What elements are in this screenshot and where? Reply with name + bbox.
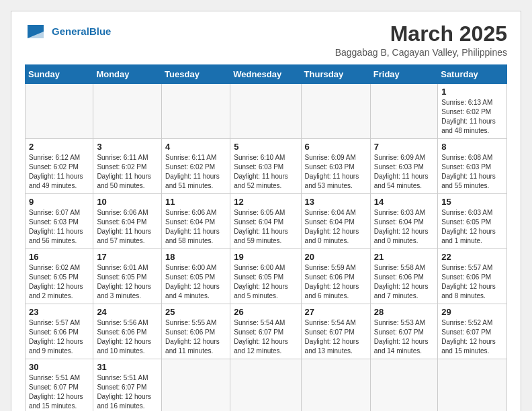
day-cell: 15Sunrise: 6:03 AM Sunset: 6:05 PM Dayli… [438, 194, 507, 249]
day-cell [230, 84, 301, 139]
day-info: Sunrise: 6:13 AM Sunset: 6:02 PM Dayligh… [441, 98, 503, 136]
day-cell: 30Sunrise: 5:51 AM Sunset: 6:07 PM Dayli… [26, 359, 93, 411]
day-cell: 17Sunrise: 6:01 AM Sunset: 6:05 PM Dayli… [93, 249, 162, 304]
day-number: 2 [29, 142, 89, 152]
day-info: Sunrise: 5:59 AM Sunset: 6:06 PM Dayligh… [305, 263, 367, 301]
day-cell: 31Sunrise: 5:51 AM Sunset: 6:07 PM Dayli… [93, 359, 162, 411]
day-number: 11 [165, 197, 226, 207]
week-row-3: 9Sunrise: 6:07 AM Sunset: 6:03 PM Daylig… [26, 194, 507, 249]
day-info: Sunrise: 5:57 AM Sunset: 6:06 PM Dayligh… [441, 263, 503, 301]
week-row-4: 16Sunrise: 6:02 AM Sunset: 6:05 PM Dayli… [26, 249, 507, 304]
day-number: 17 [97, 252, 158, 262]
week-row-6: 30Sunrise: 5:51 AM Sunset: 6:07 PM Dayli… [26, 359, 507, 411]
weekday-header-monday: Monday [93, 65, 162, 84]
week-row-1: 1Sunrise: 6:13 AM Sunset: 6:02 PM Daylig… [26, 84, 507, 139]
day-cell: 24Sunrise: 5:56 AM Sunset: 6:06 PM Dayli… [93, 304, 162, 359]
day-number: 18 [165, 252, 226, 262]
day-number: 3 [97, 142, 158, 152]
day-cell [93, 84, 162, 139]
day-info: Sunrise: 6:10 AM Sunset: 6:03 PM Dayligh… [234, 153, 297, 191]
day-number: 31 [97, 362, 158, 372]
day-number: 23 [29, 307, 89, 317]
day-number: 1 [441, 87, 503, 97]
svg-marker-1 [28, 32, 44, 38]
day-number: 9 [29, 197, 89, 207]
day-info: Sunrise: 5:58 AM Sunset: 6:06 PM Dayligh… [374, 263, 434, 301]
day-info: Sunrise: 6:06 AM Sunset: 6:04 PM Dayligh… [97, 208, 158, 246]
day-cell: 25Sunrise: 5:55 AM Sunset: 6:06 PM Dayli… [162, 304, 230, 359]
title-block: March 2025 Baggabag B, Cagayan Valley, P… [335, 22, 507, 58]
day-number: 16 [29, 252, 89, 262]
day-info: Sunrise: 6:07 AM Sunset: 6:03 PM Dayligh… [29, 208, 89, 246]
weekday-header-thursday: Thursday [301, 65, 370, 84]
day-cell: 9Sunrise: 6:07 AM Sunset: 6:03 PM Daylig… [26, 194, 93, 249]
day-cell [301, 359, 370, 411]
day-info: Sunrise: 5:54 AM Sunset: 6:07 PM Dayligh… [234, 318, 297, 356]
day-info: Sunrise: 6:03 AM Sunset: 6:05 PM Dayligh… [441, 208, 503, 246]
day-info: Sunrise: 6:06 AM Sunset: 6:04 PM Dayligh… [165, 208, 226, 246]
day-cell: 28Sunrise: 5:53 AM Sunset: 6:07 PM Dayli… [370, 304, 437, 359]
weekday-header-wednesday: Wednesday [230, 65, 301, 84]
day-cell: 1Sunrise: 6:13 AM Sunset: 6:02 PM Daylig… [438, 84, 507, 139]
month-title: March 2025 [335, 22, 507, 46]
week-row-5: 23Sunrise: 5:57 AM Sunset: 6:06 PM Dayli… [26, 304, 507, 359]
day-number: 19 [234, 252, 297, 262]
weekday-header-saturday: Saturday [438, 65, 507, 84]
day-number: 28 [374, 307, 434, 317]
day-number: 13 [305, 197, 367, 207]
header: GeneralBlue March 2025 Baggabag B, Cagay… [25, 22, 507, 58]
day-cell: 7Sunrise: 6:09 AM Sunset: 6:03 PM Daylig… [370, 139, 437, 194]
day-cell: 19Sunrise: 6:00 AM Sunset: 6:05 PM Dayli… [230, 249, 301, 304]
calendar-table: SundayMondayTuesdayWednesdayThursdayFrid… [25, 64, 507, 411]
day-cell: 2Sunrise: 6:12 AM Sunset: 6:02 PM Daylig… [26, 139, 93, 194]
logo-general: General [52, 26, 89, 37]
day-number: 24 [97, 307, 158, 317]
day-cell: 10Sunrise: 6:06 AM Sunset: 6:04 PM Dayli… [93, 194, 162, 249]
day-info: Sunrise: 6:08 AM Sunset: 6:03 PM Dayligh… [441, 153, 503, 191]
day-info: Sunrise: 6:03 AM Sunset: 6:04 PM Dayligh… [374, 208, 434, 246]
logo-text: GeneralBlue [52, 26, 111, 38]
page: GeneralBlue March 2025 Baggabag B, Cagay… [11, 11, 521, 411]
weekday-header-sunday: Sunday [26, 65, 93, 84]
day-number: 21 [374, 252, 434, 262]
day-info: Sunrise: 6:09 AM Sunset: 6:03 PM Dayligh… [305, 153, 367, 191]
logo-blue: Blue [89, 26, 112, 37]
day-number: 20 [305, 252, 367, 262]
day-cell: 23Sunrise: 5:57 AM Sunset: 6:06 PM Dayli… [26, 304, 93, 359]
day-cell: 27Sunrise: 5:54 AM Sunset: 6:07 PM Dayli… [301, 304, 370, 359]
day-number: 4 [165, 142, 226, 152]
day-cell: 18Sunrise: 6:00 AM Sunset: 6:05 PM Dayli… [162, 249, 230, 304]
day-info: Sunrise: 6:11 AM Sunset: 6:02 PM Dayligh… [97, 153, 158, 191]
day-number: 29 [441, 307, 503, 317]
day-cell: 16Sunrise: 6:02 AM Sunset: 6:05 PM Dayli… [26, 249, 93, 304]
day-cell: 26Sunrise: 5:54 AM Sunset: 6:07 PM Dayli… [230, 304, 301, 359]
day-info: Sunrise: 5:56 AM Sunset: 6:06 PM Dayligh… [97, 318, 158, 356]
day-cell [162, 84, 230, 139]
day-info: Sunrise: 6:01 AM Sunset: 6:05 PM Dayligh… [97, 263, 158, 301]
day-info: Sunrise: 5:54 AM Sunset: 6:07 PM Dayligh… [305, 318, 367, 356]
day-info: Sunrise: 6:11 AM Sunset: 6:02 PM Dayligh… [165, 153, 226, 191]
day-number: 10 [97, 197, 158, 207]
day-cell: 13Sunrise: 6:04 AM Sunset: 6:04 PM Dayli… [301, 194, 370, 249]
day-cell: 4Sunrise: 6:11 AM Sunset: 6:02 PM Daylig… [162, 139, 230, 194]
day-info: Sunrise: 5:51 AM Sunset: 6:07 PM Dayligh… [97, 373, 158, 411]
day-number: 5 [234, 142, 297, 152]
day-number: 27 [305, 307, 367, 317]
day-number: 26 [234, 307, 297, 317]
day-cell: 20Sunrise: 5:59 AM Sunset: 6:06 PM Dayli… [301, 249, 370, 304]
day-cell: 12Sunrise: 6:05 AM Sunset: 6:04 PM Dayli… [230, 194, 301, 249]
day-info: Sunrise: 5:53 AM Sunset: 6:07 PM Dayligh… [374, 318, 434, 356]
logo-icon [25, 22, 49, 41]
day-number: 15 [441, 197, 503, 207]
day-cell [162, 359, 230, 411]
svg-marker-2 [28, 25, 44, 32]
logo: GeneralBlue [25, 22, 111, 41]
day-info: Sunrise: 6:02 AM Sunset: 6:05 PM Dayligh… [29, 263, 89, 301]
weekday-header-tuesday: Tuesday [162, 65, 230, 84]
day-number: 12 [234, 197, 297, 207]
day-cell: 6Sunrise: 6:09 AM Sunset: 6:03 PM Daylig… [301, 139, 370, 194]
day-info: Sunrise: 5:55 AM Sunset: 6:06 PM Dayligh… [165, 318, 226, 356]
day-info: Sunrise: 6:00 AM Sunset: 6:05 PM Dayligh… [165, 263, 226, 301]
day-cell: 11Sunrise: 6:06 AM Sunset: 6:04 PM Dayli… [162, 194, 230, 249]
day-cell: 22Sunrise: 5:57 AM Sunset: 6:06 PM Dayli… [438, 249, 507, 304]
